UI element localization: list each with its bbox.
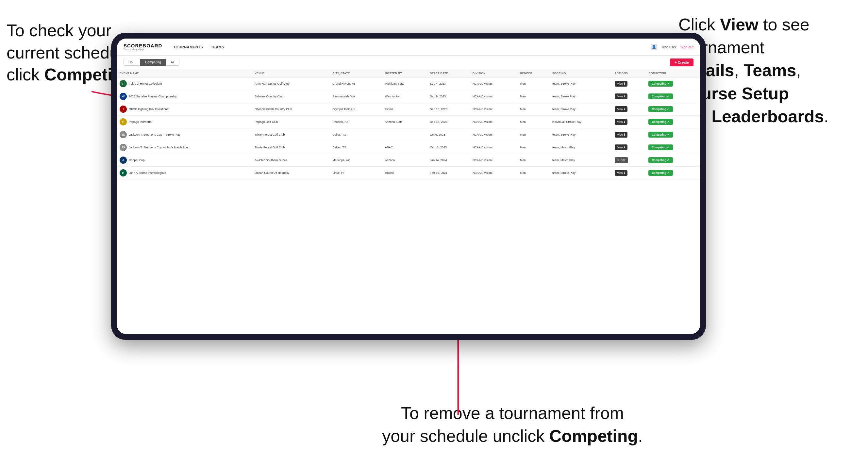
gender-cell: Men — [517, 103, 550, 116]
venue-cell: Sahalee Country Club — [252, 90, 330, 103]
team-logo: JS — [120, 144, 127, 151]
event-name: John A. Burns Intercollegiate — [129, 171, 166, 175]
tab-home[interactable]: Ho... — [124, 59, 140, 66]
event-name: Jackson T. Stephens Cup – Stroke Play — [129, 133, 180, 136]
gender-cell: Men — [517, 128, 550, 141]
city-state-cell: Dallas, TX — [330, 128, 382, 141]
event-name-cell: F Folds of Honor Collegiate — [117, 77, 252, 90]
action-cell: View ℹ — [612, 128, 646, 141]
competing-button[interactable]: Competing ✓ — [648, 170, 673, 176]
tablet-screen: SCOREBOARD Powered by clippi TOURNAMENTS… — [117, 38, 700, 334]
table-row: H John A. Burns Intercollegiate Ocean Co… — [117, 167, 700, 179]
view-button[interactable]: View ℹ — [615, 81, 628, 87]
navbar-right: 👤 Test User Sign out — [651, 44, 693, 50]
competing-cell: Competing ✓ — [646, 141, 700, 154]
competing-cell: Competing ✓ — [646, 103, 700, 116]
competing-cell: Competing ✓ — [646, 90, 700, 103]
gender-cell: Men — [517, 141, 550, 154]
nav-teams[interactable]: TEAMS — [211, 44, 224, 50]
team-logo: JS — [120, 131, 127, 138]
gender-cell: Men — [517, 116, 550, 128]
view-button[interactable]: View ℹ — [615, 106, 628, 112]
hosted-by-cell: Arizona State — [382, 116, 428, 128]
event-name-cell: A Copper Cup — [117, 154, 252, 167]
start-date-cell: Feb 15, 2024 — [428, 167, 470, 179]
col-city-state: CITY, STATE — [330, 69, 382, 77]
event-name-cell: I OFCC Fighting Illini Invitational — [117, 103, 252, 116]
hosted-by-cell: Washington — [382, 90, 428, 103]
division-cell: NCAA Division I — [470, 167, 517, 179]
event-name: Copper Cup — [129, 158, 145, 162]
hosted-by-cell: ABAC — [382, 141, 428, 154]
competing-button[interactable]: Competing ✓ — [648, 106, 673, 112]
event-name-cell: P Papago Individual — [117, 116, 252, 128]
table-row: F Folds of Honor Collegiate American Dun… — [117, 77, 700, 90]
competing-cell: Competing ✓ — [646, 128, 700, 141]
annotation-bot-bold: Competing — [549, 427, 638, 445]
team-logo: A — [120, 157, 127, 164]
city-state-cell: Lihue, HI — [330, 167, 382, 179]
tab-all[interactable]: All — [166, 59, 179, 66]
division-cell: NCAA Division I — [470, 90, 517, 103]
tournaments-table: EVENT NAME VENUE CITY, STATE HOSTED BY S… — [117, 69, 700, 179]
table-body: F Folds of Honor Collegiate American Dun… — [117, 77, 700, 179]
nav-tournaments[interactable]: TOURNAMENTS — [173, 44, 203, 50]
action-cell: View ℹ — [612, 116, 646, 128]
competing-cell: Competing ✓ — [646, 77, 700, 90]
annotation-tr-bold5: Leaderboards — [711, 107, 824, 126]
col-gender: GENDER — [517, 69, 550, 77]
scoring-cell: team, Stroke Play — [550, 90, 612, 103]
competing-button[interactable]: Competing ✓ — [648, 132, 673, 137]
create-button[interactable]: + Create — [670, 59, 693, 66]
event-name-cell: JS Jackson T. Stephens Cup – Men's Match… — [117, 141, 252, 154]
filter-bar: Ho... Competing All + Create — [117, 56, 700, 69]
city-state-cell: Maricopa, AZ — [330, 154, 382, 167]
scoring-cell: individual, Stroke Play — [550, 116, 612, 128]
city-state-cell: Sammamish, WA — [330, 90, 382, 103]
gender-cell: Men — [517, 154, 550, 167]
competing-button[interactable]: Competing ✓ — [648, 81, 673, 87]
city-state-cell: Dallas, TX — [330, 141, 382, 154]
venue-cell: Ak-Chin Southern Dunes — [252, 154, 330, 167]
tab-competing[interactable]: Competing — [140, 59, 166, 66]
venue-cell: Trinity Forest Golf Club — [252, 128, 330, 141]
view-button[interactable]: View ℹ — [615, 170, 628, 176]
navbar: SCOREBOARD Powered by clippi TOURNAMENTS… — [117, 38, 700, 56]
start-date-cell: Sep 4, 2023 — [428, 77, 470, 90]
col-competing: COMPETING — [646, 69, 700, 77]
col-start-date: START DATE — [428, 69, 470, 77]
view-button[interactable]: View ℹ — [615, 119, 628, 125]
annotation-tr-2: to see — [758, 15, 809, 34]
signout-link[interactable]: Sign out — [680, 45, 693, 49]
competing-button[interactable]: Competing ✓ — [648, 157, 673, 163]
user-icon: 👤 — [651, 44, 657, 50]
table-row: JS Jackson T. Stephens Cup – Men's Match… — [117, 141, 700, 154]
competing-cell: Competing ✓ — [646, 167, 700, 179]
competing-button[interactable]: Competing ✓ — [648, 145, 673, 150]
hosted-by-cell: Illinois — [382, 103, 428, 116]
brand-sub: Powered by clippi — [124, 48, 162, 51]
start-date-cell: Jan 14, 2024 — [428, 154, 470, 167]
competing-cell: Competing ✓ — [646, 116, 700, 128]
team-logo: F — [120, 80, 127, 87]
table-row: I OFCC Fighting Illini Invitational Olym… — [117, 103, 700, 116]
annotation-bot-2: your schedule unclick — [382, 427, 549, 445]
event-name-cell: JS Jackson T. Stephens Cup – Stroke Play — [117, 128, 252, 141]
action-cell: View ℹ — [612, 77, 646, 90]
start-date-cell: Sep 18, 2023 — [428, 116, 470, 128]
view-button[interactable]: View ℹ — [615, 93, 628, 99]
view-button[interactable]: View ℹ — [615, 145, 628, 150]
action-cell: View ℹ — [612, 167, 646, 179]
annotation-tr-bold1: View — [720, 15, 758, 34]
view-button[interactable]: View ℹ — [615, 132, 628, 137]
event-name-cell: W 2023 Sahalee Players Championship — [117, 90, 252, 103]
hosted-by-cell: Arizona — [382, 154, 428, 167]
competing-button[interactable]: Competing ✓ — [648, 93, 673, 99]
event-name: Jackson T. Stephens Cup – Men's Match Pl… — [129, 146, 189, 149]
edit-button[interactable]: ✏ Edit — [615, 157, 628, 163]
hosted-by-cell: Hawaii — [382, 167, 428, 179]
division-cell: NCAA Division I — [470, 103, 517, 116]
competing-button[interactable]: Competing ✓ — [648, 119, 673, 125]
division-cell: NCAA Division I — [470, 154, 517, 167]
start-date-cell: Sep 9, 2023 — [428, 90, 470, 103]
